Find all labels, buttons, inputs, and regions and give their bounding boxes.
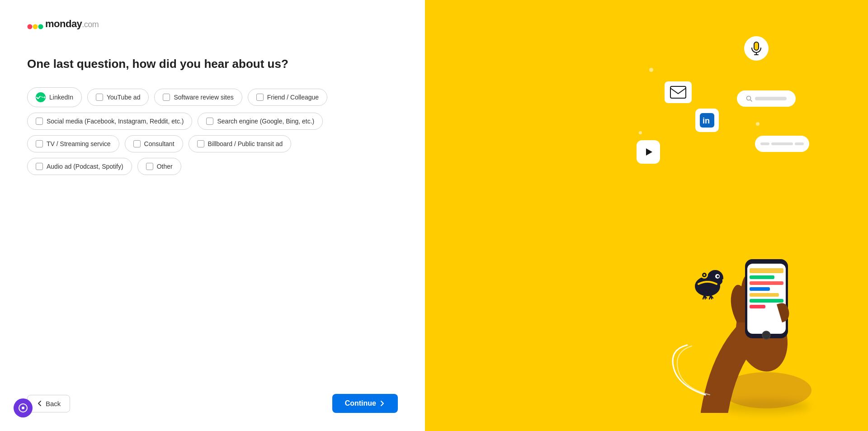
svg-text:in: in	[703, 116, 710, 125]
logo-suffix: .com	[82, 20, 99, 29]
option-friend-colleague-label: Friend / Colleague	[267, 94, 319, 101]
options-row-1: Social media (Facebook, Instagram, Reddi…	[27, 113, 398, 130]
option-consultant[interactable]: Consultant	[125, 135, 183, 152]
option-consultant-checkbox[interactable]	[133, 140, 141, 147]
option-linkedin-label: LinkedIn	[49, 94, 73, 101]
monday-logo-icon	[27, 19, 43, 29]
lines-float	[755, 136, 809, 152]
support-icon	[19, 403, 28, 412]
linkedin-svg: in	[700, 113, 714, 128]
dot-1	[649, 68, 653, 72]
play-svg	[642, 145, 655, 159]
right-panel: in	[425, 0, 868, 431]
line-bar-3	[795, 142, 804, 145]
option-search-engine[interactable]: Search engine (Google, Bing, etc.)	[198, 113, 323, 130]
option-other-label: Other	[157, 163, 173, 170]
line-bar-1	[760, 142, 769, 145]
svg-rect-18	[750, 268, 783, 273]
dot-2	[639, 131, 642, 134]
option-tv-streaming[interactable]: TV / Streaming service	[27, 135, 119, 152]
envelope-svg	[670, 86, 686, 99]
svg-rect-21	[750, 287, 770, 291]
svg-rect-19	[750, 275, 774, 279]
continue-chevron-icon	[379, 400, 385, 407]
swirl-svg	[669, 341, 728, 399]
svg-rect-20	[750, 281, 783, 285]
option-search-engine-label: Search engine (Google, Bing, etc.)	[217, 118, 314, 125]
play-float-icon	[637, 140, 660, 164]
option-linkedin[interactable]: LinkedIn	[27, 87, 82, 107]
svg-line-13	[750, 100, 752, 101]
continue-button-label: Continue	[345, 399, 376, 407]
svg-rect-17	[747, 264, 786, 334]
svg-point-34	[22, 407, 24, 409]
microphone-float-icon	[744, 36, 769, 61]
logo-text: monday.com	[45, 18, 99, 30]
support-bubble[interactable]	[14, 398, 33, 417]
svg-rect-7	[670, 86, 686, 98]
option-other-checkbox[interactable]	[146, 163, 153, 170]
options-row-0: LinkedIn YouTube ad Software review site…	[27, 87, 398, 107]
option-search-engine-checkbox[interactable]	[206, 118, 213, 125]
bird-svg	[687, 264, 728, 300]
svg-point-29	[717, 275, 719, 278]
svg-rect-24	[750, 305, 765, 308]
bottom-bar: Back Continue	[27, 394, 398, 413]
linkedin-float-icon: in	[695, 109, 719, 132]
svg-point-32	[703, 274, 705, 276]
back-button[interactable]: Back	[27, 395, 70, 412]
option-friend-colleague[interactable]: Friend / Colleague	[248, 89, 327, 106]
option-social-media[interactable]: Social media (Facebook, Instagram, Reddi…	[27, 113, 192, 130]
option-software-review-checkbox[interactable]	[163, 94, 170, 101]
option-youtube-label: YouTube ad	[107, 94, 140, 101]
option-billboard[interactable]: Billboard / Public transit ad	[189, 135, 292, 152]
checkmark-icon	[36, 95, 41, 100]
search-bar-line	[755, 97, 787, 100]
options-row-3: Audio ad (Podcast, Spotify) Other	[27, 158, 398, 175]
options-row-2: TV / Streaming service Consultant Billbo…	[27, 135, 398, 152]
illustration: in	[425, 0, 868, 431]
option-social-media-label: Social media (Facebook, Instagram, Reddi…	[47, 118, 184, 125]
option-software-review-label: Software review sites	[174, 94, 233, 101]
search-bar-float	[737, 90, 796, 107]
option-audio-ad[interactable]: Audio ad (Podcast, Spotify)	[27, 158, 132, 175]
page-title: One last question, how did you hear abou…	[27, 57, 398, 71]
linkedin-selected-icon	[36, 92, 46, 102]
option-other[interactable]: Other	[137, 158, 181, 175]
option-software-review[interactable]: Software review sites	[154, 89, 242, 106]
option-youtube[interactable]: YouTube ad	[87, 89, 149, 106]
back-chevron-icon	[37, 400, 43, 407]
svg-point-2	[38, 24, 43, 29]
option-friend-colleague-checkbox[interactable]	[256, 94, 264, 101]
logo: monday.com	[27, 18, 398, 30]
option-audio-ad-label: Audio ad (Podcast, Spotify)	[47, 163, 123, 170]
option-tv-streaming-checkbox[interactable]	[36, 140, 43, 147]
svg-point-12	[747, 96, 751, 100]
svg-point-25	[762, 331, 770, 339]
back-button-label: Back	[46, 400, 61, 407]
mic-svg	[750, 42, 762, 55]
option-youtube-checkbox[interactable]	[96, 94, 103, 101]
svg-point-0	[28, 24, 33, 29]
line-bar-2	[771, 142, 793, 145]
search-icon-float	[746, 95, 752, 102]
continue-button[interactable]: Continue	[332, 394, 398, 413]
svg-point-1	[33, 24, 38, 29]
option-audio-ad-checkbox[interactable]	[36, 163, 43, 170]
option-consultant-label: Consultant	[144, 140, 175, 147]
options-container: LinkedIn YouTube ad Software review site…	[27, 87, 398, 175]
option-billboard-checkbox[interactable]	[197, 140, 204, 147]
option-billboard-label: Billboard / Public transit ad	[208, 140, 283, 147]
svg-rect-23	[750, 299, 783, 303]
svg-rect-22	[750, 293, 779, 297]
envelope-float-icon	[665, 81, 692, 103]
dot-3	[756, 122, 760, 126]
left-panel: monday.com One last question, how did yo…	[0, 0, 425, 431]
option-tv-streaming-label: TV / Streaming service	[47, 140, 111, 147]
option-social-media-checkbox[interactable]	[36, 118, 43, 125]
